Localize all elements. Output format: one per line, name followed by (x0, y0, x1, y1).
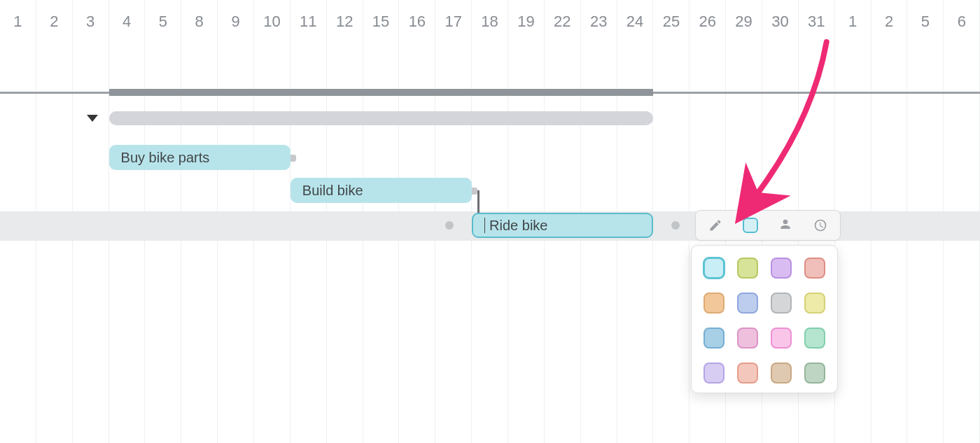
color-swatch[interactable] (804, 328, 825, 349)
color-swatch[interactable] (771, 363, 792, 384)
day-number: 1 (13, 13, 22, 31)
day-number: 19 (517, 13, 534, 31)
color-swatch[interactable] (704, 328, 724, 349)
color-swatch[interactable] (737, 363, 758, 384)
day-number: 23 (590, 13, 607, 31)
task-bar-ride[interactable]: Ride bike (472, 213, 653, 238)
task-label: Ride bike (489, 218, 547, 234)
day-number: 10 (263, 13, 280, 31)
color-swatch[interactable] (704, 363, 724, 384)
group-summary-bar[interactable] (109, 111, 654, 125)
day-number: 17 (444, 13, 461, 31)
assign-button[interactable] (768, 213, 803, 238)
day-number: 12 (336, 13, 353, 31)
color-swatch[interactable] (737, 258, 758, 279)
color-swatch[interactable] (771, 293, 792, 314)
color-swatch[interactable] (804, 293, 825, 314)
day-number: 24 (626, 13, 643, 31)
day-number: 29 (735, 13, 752, 31)
day-number: 5 (921, 13, 930, 31)
day-number: 11 (300, 13, 316, 31)
edit-button[interactable] (698, 213, 733, 238)
schedule-button[interactable] (803, 213, 838, 238)
color-swatch[interactable] (704, 258, 724, 279)
day-number: 8 (195, 13, 204, 31)
gantt-chart: 1234589101112151617181922232425262930311… (0, 0, 980, 443)
day-number: 3 (86, 13, 94, 31)
task-connector-nub (472, 188, 477, 195)
color-swatch[interactable] (737, 328, 758, 349)
color-swatch[interactable] (771, 258, 792, 279)
clock-icon (813, 218, 827, 232)
task-bar-buy[interactable]: Buy bike parts (109, 145, 290, 170)
color-swatch-icon (743, 218, 758, 233)
person-icon (778, 218, 792, 232)
color-swatch[interactable] (804, 258, 825, 279)
day-number: 25 (663, 13, 680, 31)
color-swatch[interactable] (737, 293, 758, 314)
text-cursor (484, 218, 485, 233)
day-number: 5 (159, 13, 167, 31)
day-number: 1 (848, 13, 857, 31)
task-toolbar (695, 210, 841, 241)
project-summary-bar[interactable] (109, 89, 654, 96)
day-number: 31 (808, 13, 825, 31)
color-picker-popover (691, 245, 838, 393)
color-swatch[interactable] (704, 293, 724, 314)
day-number: 15 (372, 13, 389, 31)
day-number: 2 (50, 13, 58, 31)
day-number: 22 (554, 13, 570, 31)
day-number: 6 (958, 13, 966, 31)
task-connector-nub (290, 155, 296, 162)
color-button[interactable] (733, 213, 768, 238)
day-number: 18 (481, 13, 498, 31)
day-number: 4 (122, 13, 131, 31)
day-number: 26 (699, 13, 716, 31)
day-number: 16 (409, 13, 426, 31)
task-label: Build bike (302, 183, 363, 199)
day-number: 9 (231, 13, 239, 31)
color-swatch[interactable] (771, 328, 792, 349)
task-label: Buy bike parts (121, 150, 210, 166)
day-number: 30 (771, 13, 788, 31)
day-number: 2 (885, 13, 893, 31)
pencil-icon (708, 218, 722, 232)
group-collapse-toggle[interactable] (87, 115, 98, 122)
color-swatch[interactable] (804, 363, 825, 384)
task-bar-build[interactable]: Build bike (290, 178, 472, 203)
task-left-handle[interactable] (445, 221, 454, 230)
